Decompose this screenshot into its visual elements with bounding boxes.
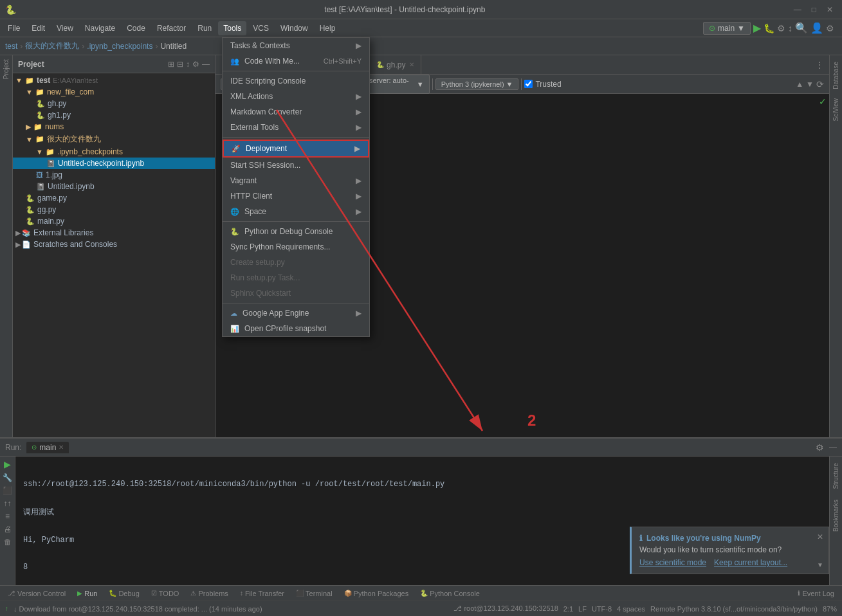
menu-item-vagrant[interactable]: Vagrant ▶: [223, 173, 369, 188]
menu-file[interactable]: File: [3, 21, 25, 35]
breadcrumb-files[interactable]: 很大的文件数九: [25, 41, 79, 51]
bottom-tab-python-packages[interactable]: 📦 Python Packages: [339, 588, 414, 599]
nb-more[interactable]: ⟳: [816, 79, 824, 89]
run-profile-dropdown[interactable]: ⊙ main ▼: [703, 22, 751, 35]
bottom-tab-debug[interactable]: 🐛 Debug: [104, 588, 144, 599]
breadcrumb-untitled[interactable]: Untitled: [160, 42, 187, 51]
menu-navigate[interactable]: Navigate: [80, 21, 120, 35]
menu-item-code-with-me[interactable]: 👥 Code With Me... Ctrl+Shift+Y: [223, 53, 369, 69]
run-print-btn[interactable]: 🖨: [4, 525, 12, 534]
bookmarks-tab[interactable]: Bookmarks: [831, 496, 841, 536]
menu-item-deployment[interactable]: 🚀 Deployment ▶: [223, 140, 369, 158]
project-expand-all[interactable]: ⊞: [168, 60, 174, 69]
notification-expand-btn[interactable]: ▼: [817, 561, 823, 568]
menu-window[interactable]: Window: [275, 21, 313, 35]
nb-nav-up[interactable]: ▲: [796, 80, 803, 89]
tab-close-3[interactable]: ✕: [409, 61, 414, 68]
tree-item-gh-py[interactable]: 🐍 gh.py: [13, 98, 215, 109]
run-tab-close[interactable]: ✕: [59, 444, 64, 451]
menu-view[interactable]: View: [51, 21, 78, 35]
tree-item-game-py[interactable]: 🐍 game.py: [13, 192, 215, 204]
status-line-sep[interactable]: 87%: [823, 605, 837, 613]
notification-close-btn[interactable]: ✕: [817, 532, 823, 541]
status-lf[interactable]: LF: [578, 605, 587, 613]
run-tab-main[interactable]: ⊙ main ✕: [26, 442, 69, 453]
status-pos[interactable]: 2:1: [563, 605, 573, 613]
menu-item-google-app-engine[interactable]: ☁ Google App Engine ▶: [223, 305, 369, 321]
keep-current-layout-link[interactable]: Keep current layout...: [714, 558, 787, 567]
project-sort[interactable]: ↕: [186, 60, 190, 69]
tree-item-test[interactable]: ▼ 📁 testE:\AAYian\test: [13, 75, 215, 86]
tree-item-untitled-checkpoint[interactable]: 📓 Untitled-checkpoint.ipynb: [13, 158, 215, 169]
project-collapse-all[interactable]: ⊟: [177, 60, 183, 69]
run-play-btn[interactable]: ▶: [4, 459, 11, 469]
close-button[interactable]: ✕: [823, 4, 837, 15]
git-update-button[interactable]: ↕: [788, 23, 792, 33]
use-scientific-mode-link[interactable]: Use scientific mode: [639, 558, 706, 567]
run-settings[interactable]: ⚙: [816, 442, 824, 453]
menu-run[interactable]: Run: [192, 21, 217, 35]
menu-item-python-console[interactable]: 🐍 Python or Debug Console: [223, 224, 369, 239]
menu-item-http-client[interactable]: HTTP Client ▶: [223, 188, 369, 204]
tree-item-checkpoints[interactable]: ▼ 📁 .ipynb_checkpoints: [13, 146, 215, 158]
user-button[interactable]: 👤: [810, 22, 823, 34]
run-button[interactable]: ▶: [753, 22, 761, 34]
tree-item-nums[interactable]: ▶ 📁 nums: [13, 121, 215, 132]
bottom-tab-file-transfer[interactable]: ↕ File Transfer: [235, 588, 289, 599]
project-panel-tab[interactable]: Project: [1, 55, 11, 83]
minimize-button[interactable]: —: [790, 4, 805, 15]
tree-item-1jpg[interactable]: 🖼 1.jpg: [13, 169, 215, 181]
tree-item-untitled-ipynb[interactable]: 📓 Untitled.ipynb: [13, 181, 215, 192]
maximize-button[interactable]: □: [808, 4, 820, 15]
menu-code[interactable]: Code: [122, 21, 151, 35]
run-sort-btn[interactable]: ≡: [5, 512, 10, 521]
tree-item-new-file-com[interactable]: ▼ 📁 new_file_com: [13, 86, 215, 98]
tree-item-gh1-py[interactable]: 🐍 gh1.py: [13, 109, 215, 121]
menu-tools[interactable]: Tools: [218, 21, 246, 35]
run-scroll-up[interactable]: ↑↑: [4, 499, 12, 508]
nb-nav-down[interactable]: ▼: [806, 80, 814, 89]
status-encoding[interactable]: UTF-8: [592, 605, 612, 613]
breadcrumb-test[interactable]: test: [5, 42, 17, 51]
search-button[interactable]: 🔍: [795, 22, 808, 34]
run-wrench-btn[interactable]: 🔧: [3, 473, 12, 482]
menu-item-xml-actions[interactable]: XML Actions ▶: [223, 89, 369, 104]
menu-item-cprofile[interactable]: 📊 Open CProfile snapshot: [223, 321, 369, 336]
menu-item-external-tools[interactable]: External Tools ▶: [223, 120, 369, 135]
project-minimize[interactable]: —: [202, 60, 210, 69]
tab-ghpy[interactable]: 🐍 gh.py ✕: [370, 55, 421, 75]
menu-item-space[interactable]: 🌐 Space ▶: [223, 204, 369, 219]
menu-vcs[interactable]: VCS: [248, 21, 274, 35]
bottom-tab-run[interactable]: ▶ Run: [72, 588, 102, 599]
bottom-tab-todo[interactable]: ☑ TODO: [146, 588, 185, 599]
status-spaces[interactable]: 4 spaces: [617, 605, 645, 613]
tree-item-big-files[interactable]: ▼ 📁 很大的文件数九: [13, 132, 215, 146]
structure-tab[interactable]: Structure: [831, 459, 841, 493]
debug-button[interactable]: 🐛: [764, 23, 774, 33]
menu-item-sync-requirements[interactable]: Sync Python Requirements...: [223, 239, 369, 255]
project-settings[interactable]: ⚙: [192, 60, 199, 69]
settings-gear[interactable]: ⚙: [826, 23, 834, 33]
breadcrumb-checkpoints[interactable]: .ipynb_checkpoints: [87, 42, 152, 51]
editor-actions-menu[interactable]: ⋮: [810, 60, 829, 70]
tree-item-gg-py[interactable]: 🐍 gg.py: [13, 204, 215, 215]
run-stop-btn[interactable]: ⬛: [3, 486, 12, 495]
bottom-tab-terminal[interactable]: ⬛ Terminal: [291, 588, 338, 599]
nb-kernel[interactable]: Python 3 (ipykernel) ▼: [435, 78, 519, 90]
menu-help[interactable]: Help: [315, 21, 341, 35]
tree-item-scratches[interactable]: ▶ 📄 Scratches and Consoles: [13, 239, 215, 250]
menu-item-markdown[interactable]: Markdown Converter ▶: [223, 104, 369, 120]
nb-trusted-checkbox[interactable]: [524, 80, 533, 88]
tree-item-external-libs[interactable]: ▶ 📚 External Libraries: [13, 227, 215, 239]
bottom-tab-event-log[interactable]: ℹ Event Log: [792, 588, 839, 599]
coverage-button[interactable]: ⚙: [777, 23, 785, 33]
database-tab[interactable]: Database: [831, 58, 841, 93]
run-clear-btn[interactable]: 🗑: [4, 538, 12, 547]
bottom-tab-version-control[interactable]: ⎇ Version Control: [3, 588, 71, 599]
status-git[interactable]: ⎇ root@123.125.240.150:32518: [453, 604, 558, 613]
status-python[interactable]: Remote Python 3.8.10 (sf...ot/miniconda3…: [650, 605, 818, 613]
menu-item-tasks[interactable]: Tasks & Contexts ▶: [223, 38, 369, 53]
menu-refactor[interactable]: Refactor: [152, 21, 191, 35]
tree-item-main-py[interactable]: 🐍 main.py: [13, 215, 215, 227]
bottom-tab-python-console[interactable]: 🐍 Python Console: [415, 588, 485, 599]
